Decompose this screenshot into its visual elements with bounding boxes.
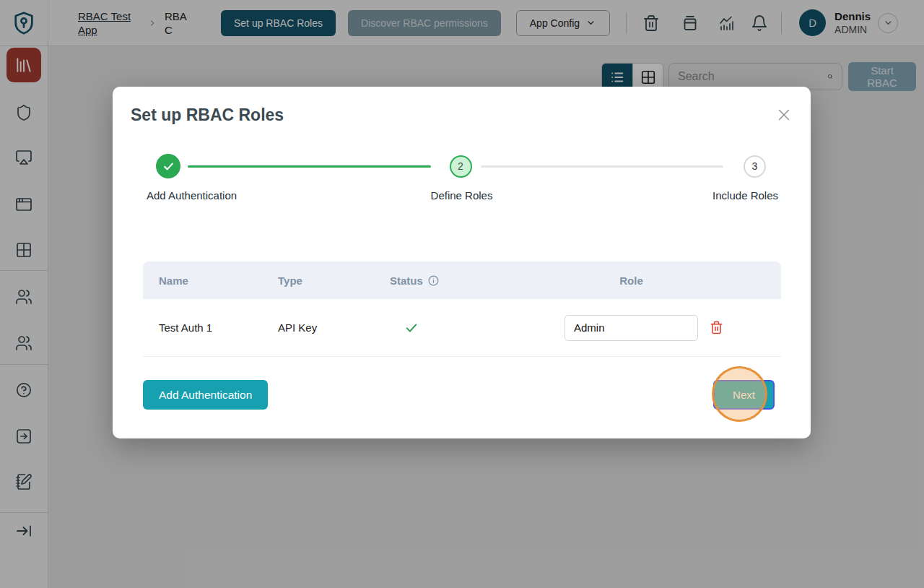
stepper-labels: Add Authentication Define Roles Include … [113,189,811,202]
add-authentication-button[interactable]: Add Authentication [143,380,268,410]
modal-header: Set up RBAC Roles [113,87,811,125]
role-input[interactable] [565,315,698,341]
step-1-label: Add Authentication [147,189,237,202]
step-2-circle: 2 [450,155,472,178]
info-icon[interactable] [427,274,440,287]
modal-footer: Add Authentication Next [113,380,811,410]
cell-auth-name: Test Auth 1 [159,321,278,334]
check-icon [162,160,175,173]
modal-title: Set up RBAC Roles [131,105,284,125]
table-row: Test Auth 1 API Key [143,299,781,357]
step-3-number: 3 [752,160,758,172]
step-connector-done [188,165,431,168]
step-2-label: Define Roles [431,189,493,202]
table-header-row: Name Type Status Role [143,261,781,299]
step-3-circle: 3 [744,155,766,178]
header-role: Role [565,274,698,287]
wizard-stepper: 2 3 [113,154,811,178]
step-2-number: 2 [458,160,463,172]
header-name: Name [159,274,278,287]
header-status-label: Status [390,274,423,287]
status-verified-check-icon [404,321,419,335]
step-1-circle [156,154,180,178]
delete-row-trash-icon[interactable] [710,321,723,334]
cell-status [390,321,565,335]
auth-table: Name Type Status Role Test Auth 1 API Ke… [143,261,781,357]
cell-role [565,315,765,341]
cell-auth-type: API Key [278,321,390,334]
step-connector-todo [481,165,724,168]
header-status: Status [390,274,565,287]
setup-rbac-roles-modal: Set up RBAC Roles 2 3 Add Authentication… [113,87,811,438]
header-type: Type [278,274,390,287]
next-button[interactable]: Next [713,380,775,410]
close-icon[interactable] [776,107,792,123]
step-3-label: Include Roles [712,189,778,202]
